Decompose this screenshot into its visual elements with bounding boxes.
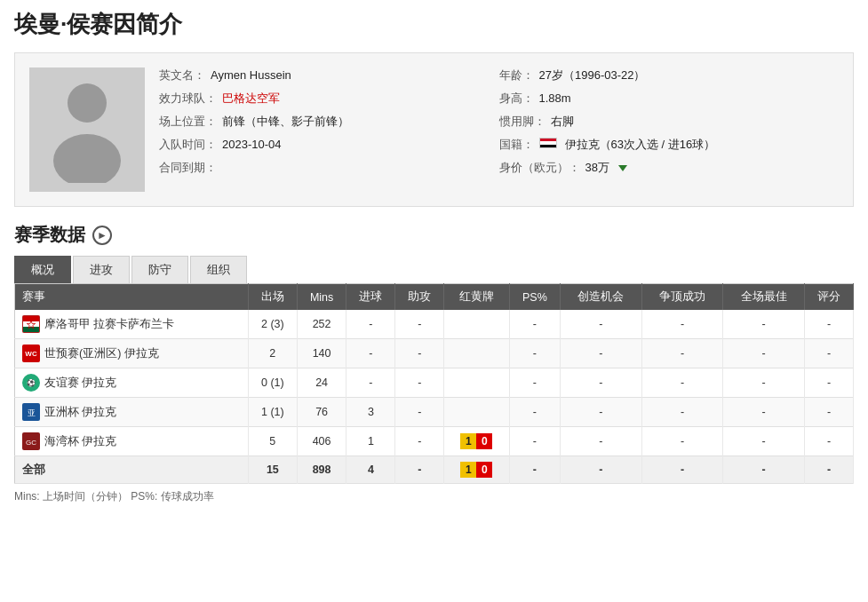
cell-appearances: 15 [248,456,297,484]
col-competition: 赛事 [15,284,249,311]
profile-col-right: 年龄： 27岁（1996-03-22） 身高： 1.88m 惯用脚： 右脚 国籍… [499,67,840,192]
comp-icon: ⚽ [22,374,40,392]
profile-row-club: 效力球队： 巴格达空军 [159,91,499,107]
cell-aerial: - [641,427,723,456]
cell-ps: - [509,368,561,398]
label-contract: 合同到期： [159,160,217,176]
comp-name: 友谊赛 伊拉克 [44,376,116,391]
page-title: 埃曼·侯赛因简介 [14,9,854,40]
cell-motm: - [723,427,805,456]
flag-iraq-icon [539,138,557,148]
cell-assists: - [395,310,444,339]
red-card-badge: 0 [476,433,492,449]
cell-competition: WC 世预赛(亚洲区) 伊拉克 [15,339,249,368]
profile-info: 英文名： Aymen Hussein 效力球队： 巴格达空军 场上位置： 前锋（… [159,67,839,192]
cell-appearances: 5 [248,427,297,456]
tab-defense[interactable]: 防守 [131,256,188,283]
cell-appearances: 0 (1) [248,368,297,398]
cell-appearances: 2 [248,339,297,368]
comp-name: 海湾杯 伊拉克 [44,434,116,449]
cell-competition: ⚽ 友谊赛 伊拉克 [15,368,249,398]
svg-point-0 [68,83,107,123]
value-join-date: 2023-10-04 [222,138,282,151]
cell-motm: - [723,398,805,427]
table-row: 亚 亚洲杯 伊拉克 1 (1)763------ [15,398,854,427]
cell-cards [444,368,509,398]
svg-text:亚: 亚 [28,408,36,417]
section-title-arrow-icon[interactable]: ► [92,226,112,245]
col-motm: 全场最佳 [723,284,805,311]
comp-icon: GC [22,432,40,450]
cell-ps: - [509,398,561,427]
tab-attack[interactable]: 进攻 [73,256,130,283]
cell-chances: - [561,368,642,398]
cell-competition: 亚 亚洲杯 伊拉克 [15,398,249,427]
cell-ps: - [509,456,561,484]
cell-chances: - [561,427,642,456]
cell-aerial: - [641,456,723,484]
col-assists: 助攻 [395,284,444,311]
col-mins: Mins [297,284,346,311]
value-nationality: 伊拉克（63次入选 / 进16球） [565,137,716,153]
cell-appearances: 1 (1) [248,398,297,427]
cell-chances: - [561,398,642,427]
profile-row-value: 身价（欧元）： 38万 [499,160,840,176]
cell-assists: - [395,427,444,456]
cell-goals: - [346,368,395,398]
profile-row-english-name: 英文名： Aymen Hussein [159,67,499,83]
profile-row-foot: 惯用脚： 右脚 [499,114,840,130]
cell-cards: 10 [444,427,509,456]
profile-section: 英文名： Aymen Hussein 效力球队： 巴格达空军 场上位置： 前锋（… [14,52,854,207]
cell-rating: - [804,427,853,456]
profile-row-nationality: 国籍： 伊拉克（63次入选 / 进16球） [499,137,840,153]
svg-text:GC: GC [26,439,36,447]
avatar [29,67,145,192]
table-row: 摩洛哥甲 拉赛卡萨布兰卡 2 (3)252------- [15,310,854,339]
section-title: 赛季数据 ► [14,223,854,247]
col-aerial: 争顶成功 [641,284,723,311]
cell-cards: 10 [444,456,509,484]
cell-rating: - [804,456,853,484]
cell-chances: - [561,339,642,368]
cell-aerial: - [641,310,723,339]
label-height: 身高： [499,91,534,107]
cell-cards [444,339,509,368]
profile-row-position: 场上位置： 前锋（中锋、影子前锋） [159,114,499,130]
cell-assists: - [395,339,444,368]
cell-mins: 76 [297,398,346,427]
cell-competition: 摩洛哥甲 拉赛卡萨布兰卡 [15,310,249,339]
yellow-card-badge: 1 [460,433,476,449]
comp-icon: WC [22,345,40,362]
tab-overview[interactable]: 概况 [14,256,71,283]
label-age: 年龄： [499,67,534,83]
cell-goals: - [346,339,395,368]
label-club: 效力球队： [159,91,217,107]
cell-motm: - [723,339,805,368]
value-club[interactable]: 巴格达空军 [222,91,280,107]
cell-rating: - [804,368,853,398]
tab-organization[interactable]: 组织 [190,256,247,283]
competition-cell: 亚 亚洲杯 伊拉克 [22,403,243,421]
cell-rating: - [804,398,853,427]
table-footnote: Mins: 上场时间（分钟） PS%: 传球成功率 [14,489,854,504]
col-chances: 创造机会 [561,284,642,311]
stats-tabs: 概况 进攻 防守 组织 [14,256,854,283]
yellow-card-badge: 1 [460,462,476,478]
cell-goals: - [346,310,395,339]
profile-col-left: 英文名： Aymen Hussein 效力球队： 巴格达空军 场上位置： 前锋（… [159,67,499,192]
cell-goals: 1 [346,427,395,456]
cell-ps: - [509,427,561,456]
competition-cell: ⚽ 友谊赛 伊拉克 [22,374,243,392]
value-english-name: Aymen Hussein [211,68,291,82]
col-ps: PS% [509,284,561,311]
cell-mins: 252 [297,310,346,339]
cell-competition: GC 海湾杯 伊拉克 [15,427,249,456]
svg-rect-4 [23,327,39,332]
cell-chances: - [561,456,642,484]
cell-mins: 140 [297,339,346,368]
cell-motm: - [723,310,805,339]
comp-name: 世预赛(亚洲区) 伊拉克 [44,346,159,361]
value-position: 前锋（中锋、影子前锋） [222,114,349,130]
competition-cell: 摩洛哥甲 拉赛卡萨布兰卡 [22,315,243,333]
cell-ps: - [509,339,561,368]
